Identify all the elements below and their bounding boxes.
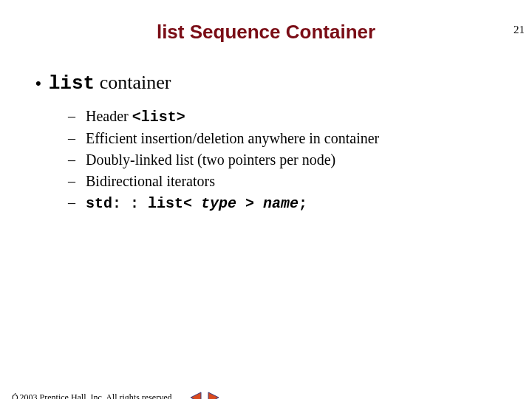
sub-code-pre: std: : list<: [86, 195, 201, 212]
triangle-left-icon: [189, 392, 202, 399]
sub-item: – std: : list< type > name;: [68, 194, 532, 212]
sub-item: – Doubly-linked list (two pointers per n…: [68, 151, 532, 168]
page-number: 21: [514, 24, 525, 36]
svg-marker-1: [208, 392, 219, 399]
dash-icon: –: [68, 151, 78, 168]
sub-prefix: Efficient insertion/deletion anywhere in…: [86, 130, 379, 146]
dash-icon: –: [68, 130, 78, 147]
bullet-text: list container: [49, 72, 171, 95]
sub-item: – Efficient insertion/deletion anywhere …: [68, 130, 532, 147]
sub-type: type: [201, 195, 236, 212]
footer: Ó 2003 Prentice Hall, Inc. All rights re…: [12, 392, 220, 399]
bullet-code: list: [49, 72, 95, 95]
svg-marker-0: [191, 392, 201, 399]
sub-prefix: Doubly-linked list (two pointers per nod…: [86, 151, 335, 168]
slide-title: list Sequence Container: [0, 21, 532, 44]
next-button[interactable]: [207, 392, 220, 399]
sub-text: Header <list>: [86, 108, 185, 126]
sub-code-mid: >: [236, 195, 263, 212]
triangle-right-icon: [207, 392, 220, 399]
sub-list: – Header <list> – Efficient insertion/de…: [68, 108, 532, 212]
sub-item: – Header <list>: [68, 108, 532, 126]
dash-icon: –: [68, 108, 78, 125]
sub-text: Doubly-linked list (two pointers per nod…: [86, 151, 335, 168]
sub-prefix: Header: [86, 108, 132, 124]
copyright-text: 2003 Prentice Hall, Inc. All rights rese…: [20, 392, 174, 400]
prev-button[interactable]: [189, 392, 202, 399]
sub-item: – Bidirectional iterators: [68, 173, 532, 190]
nav-buttons: [189, 392, 220, 399]
slide-body: • list container – Header <list> – Effic…: [35, 72, 532, 212]
slide: 21 list Sequence Container • list contai…: [0, 21, 532, 399]
sub-name: name: [263, 195, 299, 212]
bullet-rest: container: [95, 72, 171, 93]
sub-text: Efficient insertion/deletion anywhere in…: [86, 130, 379, 147]
sub-prefix: Bidirectional iterators: [86, 173, 215, 189]
bullet-dot-icon: •: [35, 75, 41, 92]
sub-code: <list>: [132, 109, 185, 126]
sub-text: std: : list< type > name;: [86, 194, 307, 212]
dash-icon: –: [68, 173, 78, 190]
dash-icon: –: [68, 194, 78, 211]
bullet-item: • list container: [35, 72, 532, 95]
sub-code-post: ;: [299, 195, 307, 212]
copyright-symbol: Ó: [12, 393, 18, 399]
sub-text: Bidirectional iterators: [86, 173, 215, 190]
